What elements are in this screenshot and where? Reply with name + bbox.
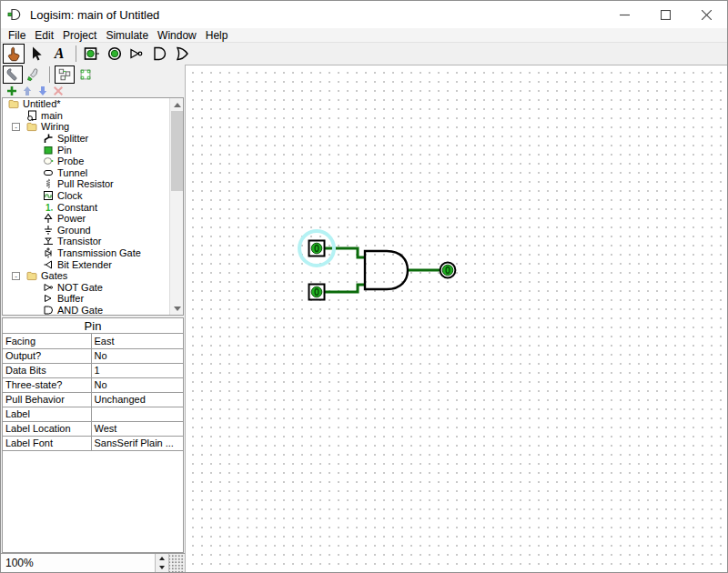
tree-item-constant[interactable]: 1Constant (3, 201, 169, 213)
input-pin-icon (83, 45, 101, 63)
toolbar-button-input-pin[interactable] (81, 44, 103, 64)
and-gate-small-icon (43, 305, 55, 315)
menu-bar: FileEditProjectSimulateWindowHelp (1, 28, 727, 43)
toolbar-button-edit-tool[interactable] (25, 44, 47, 64)
buffer-icon (43, 293, 55, 304)
attr-value[interactable]: SansSerif Plain ... (91, 436, 183, 450)
attr-value[interactable]: West (91, 421, 183, 436)
toolbox-wrench-icon (5, 67, 20, 82)
attr-value[interactable]: East (91, 334, 183, 348)
zoom-increase-icon[interactable] (156, 554, 168, 563)
transistor-icon (43, 236, 55, 246)
grid-toggle-icon[interactable] (169, 554, 185, 572)
or-gate-icon (174, 45, 192, 62)
pull-resistor-icon (43, 178, 55, 189)
toolbar-button-not-gate[interactable] (126, 44, 148, 64)
scroll-up-icon[interactable] (170, 98, 184, 111)
toolbar-button-move-up[interactable] (19, 85, 35, 97)
tree-item-transistor[interactable]: Transistor (3, 236, 169, 247)
circuit-canvas[interactable] (185, 65, 727, 572)
tree-item-untitled[interactable]: Untitled* (3, 98, 169, 110)
menu-item-help[interactable]: Help (201, 28, 233, 43)
menu-item-edit[interactable]: Edit (30, 28, 58, 43)
tree-item-label: Splitter (57, 133, 88, 144)
toolbar-button-simulation-hand[interactable] (24, 65, 44, 84)
tree-item-power[interactable]: Power (3, 213, 169, 225)
tree-item-bit-extender[interactable]: Bit Extender (3, 258, 169, 270)
attr-row-label-font: Label FontSansSerif Plain ... (3, 436, 183, 450)
attr-value[interactable]: 1 (91, 363, 183, 377)
folder-icon (26, 270, 38, 281)
attribute-title: Pin (3, 318, 183, 334)
tree-item-label: Bit Extender (57, 259, 112, 270)
splitter-icon (43, 133, 55, 144)
minimize-icon[interactable] (604, 1, 645, 28)
tree-item-probe[interactable]: Probe (3, 156, 169, 167)
tree-item-pin[interactable]: Pin (3, 144, 169, 156)
power-icon (43, 213, 55, 224)
tree-item-splitter[interactable]: Splitter (3, 133, 169, 145)
explorer-tree-panel: Untitled*main-WiringSplitterPinProbeTunn… (2, 97, 184, 316)
attr-value[interactable]: No (91, 377, 183, 392)
window-controls (604, 1, 727, 28)
toolbar-button-or-gate[interactable] (172, 44, 194, 64)
close-icon[interactable] (686, 1, 727, 28)
tree-item-label: Clock (57, 190, 83, 201)
tree-scrollbar[interactable] (169, 98, 183, 315)
scrollbar-thumb[interactable] (171, 111, 183, 191)
toolbar-button-add-circuit[interactable] (4, 85, 19, 97)
toolbar-button-toolbox-wrench[interactable] (3, 65, 23, 84)
menu-item-window[interactable]: Window (153, 28, 201, 43)
toolbar-button-text-tool[interactable]: A (48, 44, 70, 64)
bit-extender-icon (43, 259, 55, 270)
tree-item-gates[interactable]: -Gates (3, 270, 169, 282)
tree-item-pull-resistor[interactable]: Pull Resistor (3, 178, 169, 190)
menu-item-project[interactable]: Project (58, 28, 101, 43)
scroll-down-icon[interactable] (170, 302, 184, 315)
explorer-tree: Untitled*main-WiringSplitterPinProbeTunn… (3, 98, 169, 315)
attr-value[interactable]: Unchanged (91, 392, 183, 407)
tree-collapse-icon[interactable]: - (12, 123, 20, 131)
attr-row-label: Label (3, 407, 183, 421)
attr-label: Three-state? (3, 377, 91, 392)
zoom-level-field[interactable]: 100% (1, 554, 156, 572)
toolbar-button-delete-circuit[interactable] (50, 85, 66, 97)
tree-item-not-gate[interactable]: NOT Gate (3, 282, 169, 294)
attr-label: Label (3, 407, 91, 421)
attr-value[interactable]: No (91, 348, 183, 363)
tree-collapse-icon[interactable]: - (12, 272, 20, 280)
toolbar-button-and-gate[interactable] (149, 44, 171, 64)
ground-icon (43, 225, 55, 236)
constant-icon: 1 (43, 202, 55, 213)
tree-item-transmission-gate[interactable]: Transmission Gate (3, 247, 169, 259)
move-up-icon (22, 85, 33, 96)
toolbar-button-appearance-view[interactable] (76, 65, 96, 84)
tree-item-ground[interactable]: Ground (3, 225, 169, 236)
toolbar-button-layout-view[interactable] (55, 65, 75, 84)
tree-item-clock[interactable]: Clock (3, 190, 169, 202)
zoom-decrease-icon[interactable] (156, 563, 168, 572)
tree-item-buffer[interactable]: Buffer (3, 293, 169, 305)
tree-item-tunnel[interactable]: Tunnel (3, 167, 169, 179)
zoom-bar: 100% (1, 553, 185, 572)
maximize-icon[interactable] (645, 1, 686, 28)
and-gate-component[interactable] (365, 251, 408, 289)
menu-item-file[interactable]: File (4, 28, 30, 43)
poke-tool-icon (5, 45, 22, 62)
toolbar-button-move-down[interactable] (35, 85, 50, 97)
circuit-main-icon (26, 110, 38, 121)
menu-item-simulate[interactable]: Simulate (101, 28, 153, 43)
explorer-toolbar (1, 85, 185, 97)
project-toolbar (1, 65, 185, 85)
tree-item-label: Pull Resistor (57, 178, 114, 189)
circuit-drawing (186, 65, 727, 572)
toolbar-button-poke-tool[interactable] (3, 44, 25, 64)
attr-value[interactable] (91, 407, 183, 421)
toolbar-button-output-pin[interactable] (104, 44, 126, 64)
wire-bottom-input[interactable] (325, 285, 365, 292)
tree-item-label: Constant (57, 202, 97, 213)
tree-item-main[interactable]: main (3, 110, 169, 122)
main-toolbar: A (1, 43, 727, 65)
tree-item-wiring[interactable]: -Wiring (3, 121, 169, 133)
tree-item-and-gate[interactable]: AND Gate (3, 305, 169, 315)
